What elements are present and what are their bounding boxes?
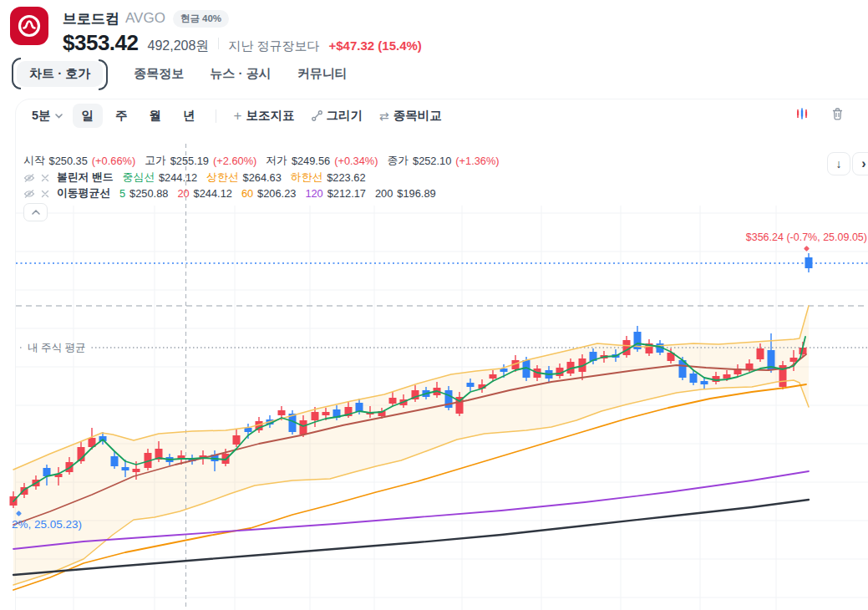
open-pct: (+0.66%) <box>92 155 135 167</box>
compare-label: 지난 정규장보다 <box>228 38 319 54</box>
moving-average-row: 이동평균선 5 $250.88 20 $244.12 60 $206.23 12… <box>23 186 436 201</box>
bollinger-row: 볼린저 밴드 중심선 $244.12 상한선 $264.63 하한선 $223.… <box>23 170 366 185</box>
divider <box>216 109 216 123</box>
bollinger-name: 볼린저 밴드 <box>57 170 114 185</box>
stock-header: 브로드컴 AVGO 현금 40% $353.42 492,208원 지난 정규장… <box>10 7 422 56</box>
chart-toolbar: 5분 일 주 월 년 + 보조지표 그리기 ⇄ 종목비교 <box>25 104 449 128</box>
tab-news-disclosure[interactable]: 뉴스 · 공시 <box>210 66 271 82</box>
tab-community[interactable]: 커뮤니티 <box>297 66 348 82</box>
bollinger-lower-label: 하한선 <box>291 170 322 185</box>
low-label: 저가 <box>266 154 287 168</box>
interval-dropdown[interactable]: 5분 <box>25 104 69 128</box>
close-label: 종가 <box>387 154 409 168</box>
open-label: 시작 <box>23 154 45 168</box>
draw-button[interactable]: 그리기 <box>305 104 370 128</box>
ma-name: 이동평균선 <box>57 186 110 201</box>
scroll-to-latest-button[interactable]: ↓ <box>827 152 850 175</box>
ma60-value: $206.23 <box>257 187 296 200</box>
stock-name: 브로드컴 <box>63 9 119 28</box>
close-value: $252.10 <box>413 155 451 167</box>
arrow-down-icon: ↓ <box>836 157 842 170</box>
chevron-up-icon <box>32 210 40 215</box>
range-year-button[interactable]: 년 <box>174 104 205 128</box>
chevron-down-icon <box>55 114 63 119</box>
range-month-button[interactable]: 월 <box>140 104 171 128</box>
buy-point-annotation: 2%, 25.05.23) <box>12 518 82 531</box>
remove-indicator-icon[interactable] <box>41 174 49 182</box>
bollinger-lower-value: $223.62 <box>327 171 365 184</box>
indicator-button[interactable]: + 보조지표 <box>227 104 302 128</box>
open-value: $250.35 <box>49 155 88 167</box>
bollinger-upper-label: 상한선 <box>206 170 238 185</box>
collapse-indicators-button[interactable] <box>23 203 48 221</box>
stock-ticker: AVGO <box>125 10 165 27</box>
bollinger-mid-label: 중심선 <box>123 170 155 185</box>
ma120-period: 120 <box>305 187 322 200</box>
range-week-button[interactable]: 주 <box>106 104 137 128</box>
hide-eye-icon[interactable] <box>23 173 35 183</box>
high-label: 고가 <box>145 154 166 168</box>
price-change: +$47.32 (15.4%) <box>329 38 422 53</box>
ma5-period: 5 <box>119 187 125 200</box>
trendline-draw-icon <box>312 110 322 121</box>
bollinger-mid-value: $244.12 <box>159 171 197 184</box>
hide-eye-icon[interactable] <box>23 189 35 199</box>
ma120-value: $212.17 <box>327 187 366 200</box>
session-high-annotation: $356.24 (-0.7%, 25.09.05) <box>746 231 867 243</box>
close-pct: (+1.36%) <box>455 155 499 167</box>
expand-chart-button[interactable]: › <box>852 152 868 175</box>
range-day-button[interactable]: 일 <box>73 104 104 128</box>
high-pct: (+2.60%) <box>213 155 256 167</box>
ma60-period: 60 <box>241 187 253 200</box>
compare-arrows-icon: ⇄ <box>379 109 389 123</box>
low-value: $249.56 <box>292 155 330 167</box>
bollinger-upper-value: $264.63 <box>243 171 282 184</box>
remove-indicator-icon[interactable] <box>41 190 49 198</box>
tab-stock-info[interactable]: 종목정보 <box>134 66 184 82</box>
section-tabs: 차트 · 호가 종목정보 뉴스 · 공시 커뮤니티 <box>17 61 348 87</box>
low-pct: (+0.34%) <box>334 155 378 167</box>
chevron-right-icon: › <box>861 156 865 171</box>
high-value: $255.19 <box>170 155 209 167</box>
ma200-value: $196.89 <box>397 187 435 200</box>
ohlc-row: 시작 $250.35 (+0.66%) 고가 $255.19 (+2.60%) … <box>23 154 500 168</box>
ma20-value: $244.12 <box>194 187 232 200</box>
price-krw: 492,208원 <box>147 38 209 55</box>
price-usd: $353.42 <box>63 30 138 56</box>
my-average-line-label: 내 주식 평균 <box>23 341 90 355</box>
broadcom-logo-icon <box>10 7 48 45</box>
tab-chart-quote[interactable]: 차트 · 호가 <box>17 61 103 87</box>
plus-icon: + <box>234 111 242 121</box>
ma200-period: 200 <box>375 187 393 200</box>
ma20-period: 20 <box>177 187 189 200</box>
cash-badge: 현금 40% <box>173 10 229 28</box>
trash-icon[interactable] <box>831 107 844 120</box>
compare-button[interactable]: ⇄ 종목비교 <box>373 104 449 128</box>
ma5-value: $250.88 <box>129 187 168 200</box>
divider <box>218 38 219 49</box>
chart-style-icon[interactable] <box>795 107 809 120</box>
